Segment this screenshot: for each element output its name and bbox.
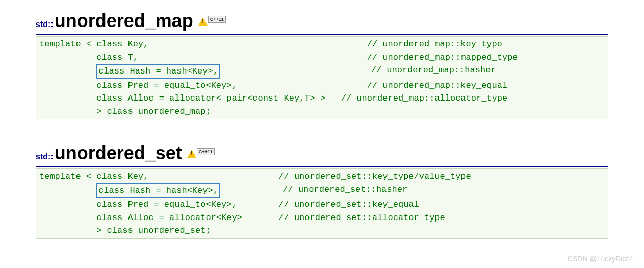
code-prefix <box>39 198 96 211</box>
heading-set: std:: unordered_set C++11 <box>36 142 608 167</box>
codeblock-set: template < class Key, // unordered_set::… <box>36 168 608 239</box>
code-line: class Hash = hash<Key>, // unordered_map… <box>39 64 605 79</box>
code-prefix <box>39 92 96 105</box>
code-prefix <box>39 211 96 225</box>
warning-icon <box>198 17 208 26</box>
code-comment: // unordered_set::allocator_type <box>278 211 445 225</box>
template-param: class Key, <box>96 170 148 183</box>
code-line: class Alloc = allocator<Key> // unordere… <box>39 211 605 225</box>
code-prefix <box>39 183 96 199</box>
template-param: class Key, <box>96 38 148 51</box>
heading-map: std:: unordered_map C++11 <box>36 10 608 35</box>
code-line: > class unordered_set; <box>39 224 605 237</box>
code-comment: // unordered_map::allocator_type <box>341 92 507 105</box>
code-comment: // unordered_map::key_equal <box>367 79 507 92</box>
class-title: unordered_set <box>55 142 182 164</box>
code-line: class Hash = hash<Key>, // unordered_set… <box>39 183 605 199</box>
namespace-prefix: std:: <box>36 152 54 161</box>
cpp11-badge: C++11 <box>187 150 215 158</box>
template-param: class Alloc = allocator< pair<const Key,… <box>96 92 325 105</box>
code-line: > class unordered_map; <box>39 105 605 118</box>
code-prefix <box>39 224 96 237</box>
template-param: class Pred = equal_to<Key>, <box>96 79 237 92</box>
watermark: CSDN @LuckyRich1 <box>568 255 634 263</box>
template-param: > class unordered_map; <box>96 105 211 118</box>
code-prefix: template < <box>39 170 96 183</box>
code-line: template < class Key, // unordered_map::… <box>39 38 605 51</box>
warning-icon <box>187 150 196 158</box>
code-line: class Alloc = allocator< pair<const Key,… <box>39 92 605 105</box>
cpp-tag: C++11 <box>208 16 226 23</box>
code-prefix: template < <box>39 38 96 51</box>
codeblock-map: template < class Key, // unordered_map::… <box>36 36 608 119</box>
code-prefix <box>39 105 96 118</box>
code-comment: // unordered_map::mapped_type <box>367 51 518 64</box>
code-comment: // unordered_set::key_type/value_type <box>278 170 471 183</box>
cpp-tag: C++11 <box>197 148 215 155</box>
code-comment: // unordered_set::key_equal <box>278 198 419 211</box>
class-title: unordered_map <box>55 10 193 32</box>
code-prefix <box>39 51 96 64</box>
section-set: std:: unordered_set C++11 template < cla… <box>36 142 608 239</box>
template-param: class Hash = hash<Key>, <box>96 183 220 199</box>
namespace-prefix: std:: <box>36 20 54 29</box>
template-param: class Alloc = allocator<Key> <box>96 211 242 225</box>
code-line: class Pred = equal_to<Key>, // unordered… <box>39 198 605 211</box>
code-comment: // unordered_map::hasher <box>371 64 496 79</box>
code-line: template < class Key, // unordered_set::… <box>39 170 605 183</box>
cpp11-badge: C++11 <box>198 17 226 26</box>
section-map: std:: unordered_map C++11 template < cla… <box>36 10 608 119</box>
code-prefix <box>39 64 96 79</box>
template-param: > class unordered_set; <box>96 224 211 237</box>
code-comment: // unordered_map::key_type <box>367 38 502 51</box>
template-param: class Pred = equal_to<Key>, <box>96 198 237 211</box>
template-param: class T, <box>96 51 138 64</box>
code-comment: // unordered_set::hasher <box>282 183 407 199</box>
code-prefix <box>39 79 96 92</box>
template-param: class Hash = hash<Key>, <box>96 64 220 79</box>
code-line: class T, // unordered_map::mapped_type <box>39 51 605 64</box>
code-line: class Pred = equal_to<Key>, // unordered… <box>39 79 605 92</box>
